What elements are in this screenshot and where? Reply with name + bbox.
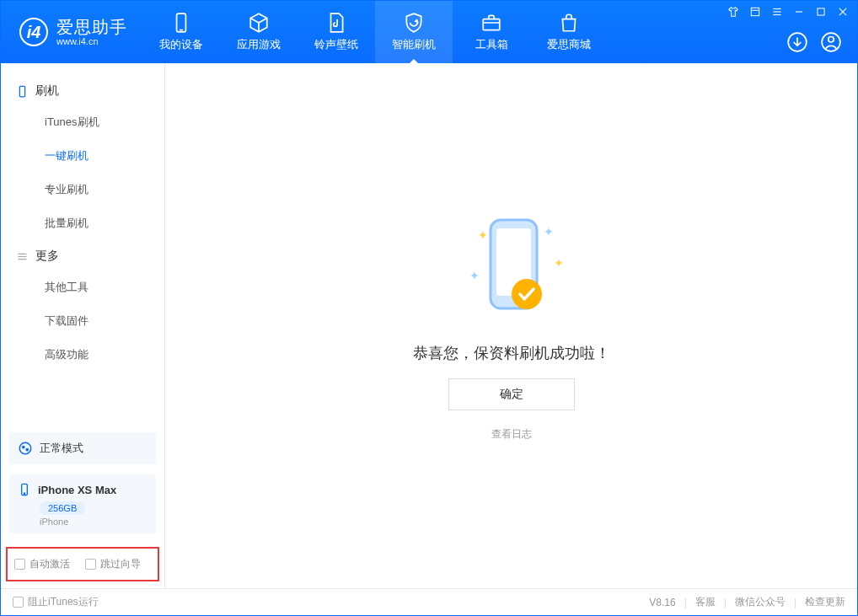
device-capacity: 256GB [40,501,85,515]
checkbox-skip-guide[interactable]: 跳过向导 [85,557,141,571]
download-circle-icon[interactable] [786,31,808,53]
tab-label: 铃声壁纸 [314,37,358,52]
checkbox-label: 跳过向导 [100,557,141,571]
device-small-icon [16,85,29,98]
app-url: www.i4.cn [56,36,127,46]
window-icon[interactable] [749,6,761,18]
tab-my-device[interactable]: 我的设备 [142,1,220,63]
separator: | [724,597,727,608]
device-icon [18,483,31,496]
body: 刷机 iTunes刷机 一键刷机 专业刷机 批量刷机 更多 其他工具 下载固件 … [1,63,857,588]
sidebar-item-oneclick-flash[interactable]: 一键刷机 [1,139,164,173]
success-message: 恭喜您，保资料刷机成功啦！ [413,343,610,363]
cube-icon [248,12,270,34]
status-right: V8.16 | 客服 | 微信公众号 | 检查更新 [649,595,845,609]
device-type: iPhone [40,517,147,527]
tab-apps-games[interactable]: 应用游戏 [220,1,298,63]
app-name: 爱思助手 [56,18,127,36]
close-icon[interactable] [837,6,849,18]
user-circle-icon[interactable] [820,31,842,53]
ok-button[interactable]: 确定 [448,378,575,410]
window-controls [727,6,849,18]
svg-point-20 [23,446,24,447]
checkbox-icon [14,559,25,570]
maximize-icon[interactable] [815,6,827,18]
highlighted-checkbox-row: 自动激活 跳过向导 [6,547,159,581]
refresh-shield-icon [403,12,425,34]
tab-label: 爱思商城 [547,37,591,52]
group-label: 更多 [35,249,59,264]
shirt-icon[interactable] [727,6,739,18]
svg-point-23 [24,493,24,494]
svg-rect-2 [483,19,500,30]
logo-text: 爱思助手 www.i4.cn [56,18,127,46]
tab-ringtones-wallpapers[interactable]: 铃声壁纸 [298,1,375,63]
checkbox-icon [85,559,96,570]
menu-icon[interactable] [771,6,783,18]
check-update-link[interactable]: 检查更新 [805,595,845,609]
list-icon [16,250,29,263]
checkbox-label: 自动激活 [29,557,70,571]
statusbar: 阻止iTunes运行 V8.16 | 客服 | 微信公众号 | 检查更新 [1,588,857,615]
top-tabs: 我的设备 应用游戏 铃声壁纸 智能刷机 工具箱 爱思商城 [142,1,608,63]
view-log-link[interactable]: 查看日志 [491,427,532,442]
svg-rect-15 [19,86,24,97]
tab-label: 应用游戏 [237,37,281,52]
support-link[interactable]: 客服 [695,595,716,609]
sidebar-item-pro-flash[interactable]: 专业刷机 [1,173,164,206]
toolbox-icon [480,12,502,34]
checkbox-auto-activate[interactable]: 自动激活 [14,557,70,571]
user-controls [786,31,842,53]
logo-block: i4 爱思助手 www.i4.cn [1,1,142,63]
svg-rect-0 [177,13,186,32]
tab-label: 工具箱 [475,37,508,52]
sidebar-item-download-firmware[interactable]: 下载固件 [1,304,164,338]
success-illustration: ✦ ✦ ✦ ✦ [444,210,579,328]
sidebar-item-other-tools[interactable]: 其他工具 [1,271,164,304]
svg-rect-9 [818,8,824,15]
mode-label: 正常模式 [40,441,83,456]
sparkle-icon: ✦ [544,225,554,238]
sidebar-group-flash: 刷机 [1,75,164,105]
sidebar-item-advanced[interactable]: 高级功能 [1,338,164,372]
sparkle-icon: ✦ [554,256,564,270]
logo-icon: i4 [19,18,48,46]
mode-icon [18,441,33,456]
sidebar-item-itunes-flash[interactable]: iTunes刷机 [1,105,164,139]
device-name: iPhone XS Max [38,484,116,496]
separator: | [794,597,796,608]
checkbox-icon [13,597,24,608]
separator: | [684,597,687,608]
music-file-icon [325,12,347,34]
sidebar-group-more: 更多 [1,240,164,271]
svg-point-14 [829,37,834,43]
device-panel[interactable]: iPhone XS Max 256GB iPhone [9,474,156,533]
tab-smart-flash[interactable]: 智能刷机 [375,1,453,63]
wechat-link[interactable]: 微信公众号 [735,595,786,609]
group-label: 刷机 [35,83,59,99]
device-name-row: iPhone XS Max [18,483,147,496]
tab-store[interactable]: 爱思商城 [530,1,608,63]
svg-point-21 [26,448,28,450]
tab-label: 智能刷机 [392,37,436,52]
phone-icon [170,12,192,34]
sparkle-icon: ✦ [469,269,480,282]
sparkle-icon: ✦ [478,228,488,242]
minimize-icon[interactable] [793,6,805,18]
svg-rect-3 [751,8,759,15]
tab-label: 我的设备 [159,37,203,52]
tab-toolbox[interactable]: 工具箱 [453,1,530,63]
sidebar-scroll: 刷机 iTunes刷机 一键刷机 专业刷机 批量刷机 更多 其他工具 下载固件 … [1,63,164,429]
mode-panel[interactable]: 正常模式 [9,432,156,464]
bag-icon [558,12,580,34]
main-content: ✦ ✦ ✦ ✦ 恭喜您，保资料刷机成功啦！ 确定 查看日志 [165,63,857,588]
checkbox-block-itunes[interactable]: 阻止iTunes运行 [13,595,99,609]
titlebar: i4 爱思助手 www.i4.cn 我的设备 应用游戏 铃声壁纸 智能刷机 [1,1,857,63]
sidebar: 刷机 iTunes刷机 一键刷机 专业刷机 批量刷机 更多 其他工具 下载固件 … [1,63,165,588]
svg-point-26 [512,279,542,309]
app-window: i4 爱思助手 www.i4.cn 我的设备 应用游戏 铃声壁纸 智能刷机 [0,0,858,616]
svg-point-19 [19,442,31,454]
sidebar-item-batch-flash[interactable]: 批量刷机 [1,206,164,240]
version-label: V8.16 [649,597,675,608]
checkbox-label: 阻止iTunes运行 [28,595,99,609]
